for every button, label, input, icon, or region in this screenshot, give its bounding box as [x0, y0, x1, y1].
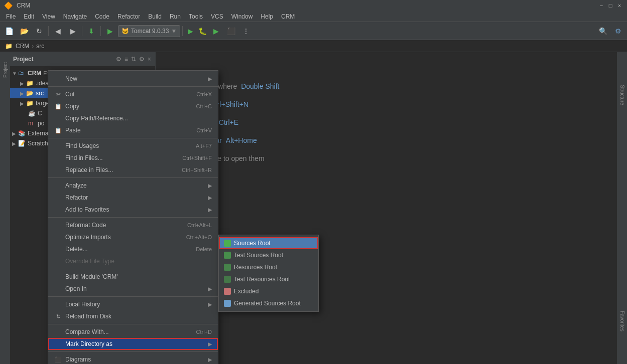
- debug-button[interactable]: 🐛: [197, 26, 208, 37]
- menu-view[interactable]: View: [38, 11, 59, 22]
- ctx-local-history[interactable]: Local History ▶: [48, 298, 218, 310]
- ctx-compare-with[interactable]: Compare With... Ctrl+D: [48, 326, 218, 338]
- ctx-paste[interactable]: 📋 Paste Ctrl+V: [48, 124, 218, 136]
- menu-window[interactable]: Window: [227, 11, 257, 22]
- ctx-sep5: [48, 269, 218, 269]
- stop-btn[interactable]: ⬛: [224, 24, 238, 38]
- submenu-test-resources-root[interactable]: Test Resources Root: [219, 273, 318, 285]
- open-btn[interactable]: 📂: [17, 24, 31, 38]
- ctx-optimize-imports-left: Optimize Imports: [54, 233, 111, 241]
- ctx-optimize-imports-label: Optimize Imports: [65, 234, 111, 241]
- submenu-resources-root[interactable]: Resources Root: [219, 261, 318, 273]
- ctx-build-module[interactable]: Build Module 'CRM': [48, 271, 218, 283]
- tree-arrow-target: ▶: [20, 101, 26, 106]
- ctx-analyze[interactable]: Analyze ▶: [48, 179, 218, 192]
- ctx-copy-label: Copy: [65, 103, 79, 110]
- resources-root-icon: [224, 264, 231, 271]
- ctx-reload-from-disk[interactable]: ↻ Reload from Disk: [48, 310, 218, 322]
- folder-icon-src: 📂: [26, 90, 34, 97]
- submenu-test-sources-root[interactable]: Test Sources Root: [219, 249, 318, 261]
- menu-vcs[interactable]: VCS: [207, 11, 227, 22]
- ctx-reformat-code[interactable]: Reformat Code Ctrl+Alt+L: [48, 219, 218, 231]
- ctx-replace-in-files-shortcut: Ctrl+Shift+R: [182, 167, 212, 173]
- ctx-analyze-label: Analyze: [65, 182, 87, 189]
- panel-settings-btn[interactable]: ⚙: [115, 55, 122, 64]
- back-btn[interactable]: ◀: [51, 24, 65, 38]
- toolbar: 📄 📂 ↻ ◀ ▶ ⬇ ▶ 🐱 Tomcat 9.0.33 ▼ ▶ 🐛 ▶ ⬛ …: [0, 22, 627, 40]
- ctx-local-history-arrow: ▶: [208, 301, 212, 308]
- ctx-find-usages-icon: [54, 142, 62, 150]
- close-button[interactable]: ×: [616, 2, 623, 9]
- panel-close-btn[interactable]: ×: [147, 55, 152, 64]
- panel-sort-btn[interactable]: ⇅: [130, 55, 137, 64]
- breadcrumb-icon: 📁: [5, 43, 13, 50]
- tree-arrow-idea: ▶: [20, 81, 26, 86]
- excluded-label: Excluded: [234, 288, 259, 295]
- ctx-cut[interactable]: ✂ Cut Ctrl+X: [48, 88, 218, 100]
- maximize-button[interactable]: □: [607, 2, 614, 9]
- favorites-tab-label[interactable]: Favorites: [619, 311, 625, 331]
- run-icon[interactable]: ▶: [103, 24, 117, 38]
- ctx-copy-path[interactable]: Copy Path/Reference...: [48, 112, 218, 124]
- ctx-diagrams[interactable]: ⬛ Diagrams ▶: [48, 353, 218, 364]
- vcs-update-btn[interactable]: ⬇: [84, 24, 98, 38]
- menu-edit[interactable]: Edit: [20, 11, 38, 22]
- submenu-sources-root[interactable]: Sources Root: [219, 237, 318, 249]
- ctx-new[interactable]: New ▶: [48, 73, 218, 85]
- breadcrumb-project[interactable]: CRM: [16, 43, 29, 50]
- project-tab-label[interactable]: Project: [3, 62, 8, 78]
- ctx-replace-in-files[interactable]: Replace in Files... Ctrl+Shift+R: [48, 164, 218, 176]
- ctx-build-module-label: Build Module 'CRM': [65, 273, 118, 280]
- ctx-delete[interactable]: Delete... Delete: [48, 243, 218, 255]
- submenu-generated-sources-root[interactable]: Generated Sources Root: [219, 297, 318, 309]
- menu-navigate[interactable]: Navigate: [59, 11, 91, 22]
- forward-btn[interactable]: ▶: [66, 24, 80, 38]
- panel-gear-btn[interactable]: ⚙: [138, 55, 146, 64]
- more-run-btn[interactable]: ⋮: [239, 24, 253, 38]
- ctx-refactor[interactable]: Refactor ▶: [48, 192, 218, 204]
- submenu-excluded[interactable]: Excluded: [219, 285, 318, 297]
- ctx-copy-path-icon: [54, 114, 62, 122]
- run-config-label: Tomcat 9.0.33: [131, 28, 169, 35]
- breadcrumb-src[interactable]: src: [36, 43, 44, 50]
- menu-run[interactable]: Run: [166, 11, 185, 22]
- ctx-mark-directory-icon: [54, 340, 62, 348]
- run-config-dropdown[interactable]: 🐱 Tomcat 9.0.33 ▼: [118, 25, 180, 37]
- ctx-override-file-type: Override File Type: [48, 255, 218, 267]
- content-area: Search Everywhere Double Shift Go to Fil…: [156, 52, 617, 364]
- toolbar-sep4: [182, 26, 183, 36]
- ctx-new-label: New: [65, 75, 77, 82]
- ctx-reload-icon: ↻: [54, 312, 62, 320]
- menu-crm[interactable]: CRM: [277, 11, 299, 22]
- ctx-open-in-icon: [54, 285, 62, 293]
- ctx-replace-in-files-label: Replace in Files...: [65, 166, 113, 173]
- coverage-btn[interactable]: ▶: [209, 24, 223, 38]
- structure-tab-label[interactable]: Structure: [619, 85, 625, 105]
- ctx-optimize-imports[interactable]: Optimize Imports Ctrl+Alt+O: [48, 231, 218, 243]
- new-file-btn[interactable]: 📄: [2, 24, 16, 38]
- ctx-refactor-arrow: ▶: [208, 195, 212, 201]
- ctx-optimize-imports-icon: [54, 233, 62, 241]
- ctx-find-usages[interactable]: Find Usages Alt+F7: [48, 140, 218, 152]
- refresh-btn[interactable]: ↻: [32, 24, 46, 38]
- ctx-copy[interactable]: 📋 Copy Ctrl+C: [48, 100, 218, 112]
- menu-help[interactable]: Help: [257, 11, 277, 22]
- ctx-add-to-favorites[interactable]: Add to Favorites ▶: [48, 204, 218, 216]
- ctx-mark-directory-as[interactable]: Mark Directory as ▶: [48, 338, 218, 350]
- panel-layout-btn[interactable]: ≡: [123, 55, 129, 64]
- ctx-open-in[interactable]: Open In ▶: [48, 283, 218, 295]
- menu-tools[interactable]: Tools: [185, 11, 207, 22]
- test-sources-root-icon: [224, 252, 231, 259]
- minimize-button[interactable]: −: [598, 2, 605, 9]
- menu-refactor[interactable]: Refactor: [113, 11, 144, 22]
- ctx-find-in-files[interactable]: Find in Files... Ctrl+Shift+F: [48, 152, 218, 164]
- menu-file[interactable]: File: [2, 11, 20, 22]
- run-button[interactable]: ▶: [185, 26, 196, 37]
- menu-build[interactable]: Build: [144, 11, 166, 22]
- menu-code[interactable]: Code: [91, 11, 113, 22]
- ctx-override-file-type-left: Override File Type: [54, 257, 114, 265]
- search-toolbar-btn[interactable]: 🔍: [596, 24, 610, 38]
- settings-toolbar-btn[interactable]: ⚙: [611, 24, 625, 38]
- ctx-add-to-favorites-left: Add to Favorites: [54, 206, 109, 214]
- ctx-diagrams-icon: ⬛: [54, 355, 62, 363]
